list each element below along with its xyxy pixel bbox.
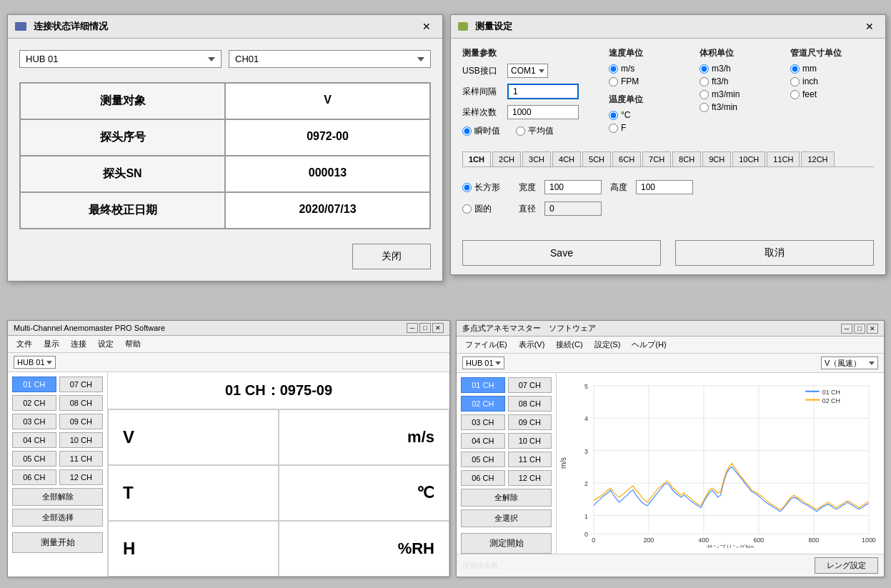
- vol-ft3min-radio[interactable]: [700, 103, 709, 112]
- ch-btn-07-right[interactable]: 07 CH: [508, 377, 552, 393]
- minimize-btn-left[interactable]: ─: [407, 323, 418, 333]
- menu-connect-left[interactable]: 连接: [65, 337, 92, 351]
- average-radio-label[interactable]: 平均值: [516, 125, 554, 137]
- rect-radio[interactable]: [462, 183, 472, 192]
- pipe-mm-radio[interactable]: [790, 64, 800, 74]
- ch-btn-11-left[interactable]: 11 CH: [59, 451, 104, 467]
- height-input[interactable]: [636, 180, 693, 194]
- temp-f-radio[interactable]: [609, 124, 618, 133]
- start-btn-left[interactable]: 测量开始: [12, 532, 103, 553]
- speed-ms-label[interactable]: m/s: [609, 64, 692, 74]
- ch-select[interactable]: CH01: [229, 50, 431, 68]
- pipe-feet-radio[interactable]: [790, 90, 800, 99]
- speed-ms-radio[interactable]: [609, 64, 618, 74]
- ch-btn-08-left[interactable]: 08 CH: [59, 395, 104, 411]
- ch-btn-12-right[interactable]: 12 CH: [508, 470, 552, 486]
- ch-btn-11-right[interactable]: 11 CH: [508, 452, 552, 467]
- ch-tab-12[interactable]: 12CH: [801, 151, 834, 166]
- ch-btn-02-right[interactable]: 02 CH: [461, 396, 505, 412]
- pipe-mm-label[interactable]: mm: [790, 64, 874, 74]
- hub-select-right[interactable]: HUB 01: [462, 357, 504, 369]
- unit-select-right[interactable]: V（風速）: [821, 357, 878, 369]
- circle-radio-label[interactable]: 圆的: [462, 203, 510, 215]
- ch-btn-10-left[interactable]: 10 CH: [59, 432, 104, 448]
- close-btn-left[interactable]: ✕: [432, 323, 444, 333]
- vol-m3h-label[interactable]: m3/h: [700, 64, 783, 74]
- diameter-input[interactable]: [544, 201, 602, 216]
- ch-btn-08-right[interactable]: 08 CH: [508, 396, 552, 412]
- menu-file-right[interactable]: ファイル(E): [459, 338, 513, 352]
- average-radio[interactable]: [516, 126, 525, 136]
- ch-btn-03-left[interactable]: 03 CH: [12, 414, 56, 429]
- instant-radio[interactable]: [462, 126, 472, 136]
- vol-m3h-radio[interactable]: [700, 64, 709, 74]
- vol-ft3min-label[interactable]: ft3/min: [700, 102, 783, 112]
- temp-f-label[interactable]: F: [609, 123, 692, 133]
- interval-input[interactable]: [507, 84, 579, 99]
- clear-all-btn-right[interactable]: 全解除: [461, 489, 552, 507]
- ch-btn-01-left[interactable]: 01 CH: [12, 377, 56, 392]
- usb-select[interactable]: COM1: [507, 64, 548, 78]
- ch-tab-5[interactable]: 5CH: [582, 151, 611, 166]
- menu-file-left[interactable]: 文件: [11, 337, 38, 351]
- select-all-btn-right[interactable]: 全選択: [461, 509, 552, 527]
- ch-tab-8[interactable]: 8CH: [672, 151, 701, 166]
- ch-tab-9[interactable]: 9CH: [702, 151, 731, 166]
- menu-settings-left[interactable]: 设定: [92, 337, 119, 351]
- speed-fpm-label[interactable]: FPM: [609, 76, 692, 86]
- ch-tab-4[interactable]: 4CH: [552, 151, 581, 166]
- close-dialog-btn[interactable]: 关闭: [352, 244, 431, 269]
- vol-ft3h-radio[interactable]: [700, 77, 709, 86]
- ch-btn-10-right[interactable]: 10 CH: [508, 433, 552, 449]
- ch-btn-04-left[interactable]: 04 CH: [12, 432, 56, 448]
- instant-radio-label[interactable]: 瞬时值: [462, 125, 500, 137]
- ch-tab-7[interactable]: 7CH: [642, 151, 671, 166]
- ch-btn-05-right[interactable]: 05 CH: [461, 452, 505, 467]
- ch-tab-1[interactable]: 1CH: [462, 151, 491, 166]
- menu-settings-right[interactable]: 設定(S): [589, 338, 627, 352]
- pipe-inch-label[interactable]: inch: [790, 76, 874, 86]
- ch-btn-02-left[interactable]: 02 CH: [12, 395, 56, 411]
- cancel-btn[interactable]: 取消: [675, 240, 874, 266]
- speed-fpm-radio[interactable]: [609, 77, 618, 86]
- ch-tab-11[interactable]: 11CH: [767, 151, 800, 166]
- menu-help-left[interactable]: 帮助: [119, 337, 146, 351]
- minimize-btn-right[interactable]: ─: [841, 324, 852, 334]
- vol-m3min-label[interactable]: m3/min: [700, 89, 783, 99]
- maximize-btn-left[interactable]: □: [419, 323, 431, 333]
- ch-tab-10[interactable]: 10CH: [732, 151, 765, 166]
- ch-tab-2[interactable]: 2CH: [492, 151, 521, 166]
- temp-c-label[interactable]: °C: [609, 110, 692, 120]
- ch-btn-06-right[interactable]: 06 CH: [461, 470, 505, 486]
- close-btn-right[interactable]: ✕: [867, 324, 878, 334]
- menu-display-left[interactable]: 显示: [38, 337, 65, 351]
- start-btn-right[interactable]: 測定開始: [461, 533, 552, 554]
- connection-close-btn[interactable]: ✕: [418, 19, 435, 34]
- ch-tab-3[interactable]: 3CH: [522, 151, 551, 166]
- menu-display-right[interactable]: 表示(V): [513, 338, 551, 352]
- ch-btn-03-right[interactable]: 03 CH: [461, 414, 505, 430]
- pipe-inch-radio[interactable]: [790, 77, 800, 86]
- ch-btn-09-right[interactable]: 09 CH: [508, 414, 552, 430]
- hub-select[interactable]: HUB 01: [19, 50, 221, 68]
- menu-connect-right[interactable]: 接続(C): [550, 338, 588, 352]
- width-input[interactable]: [544, 180, 602, 194]
- pipe-feet-label[interactable]: feet: [790, 89, 874, 99]
- ch-tab-6[interactable]: 6CH: [612, 151, 641, 166]
- count-input[interactable]: [507, 105, 579, 119]
- vol-m3min-radio[interactable]: [700, 90, 709, 99]
- clear-all-btn-left[interactable]: 全部解除: [12, 488, 103, 506]
- ch-btn-04-right[interactable]: 04 CH: [461, 433, 505, 449]
- vol-ft3h-label[interactable]: ft3/h: [700, 76, 783, 86]
- ch-btn-07-left[interactable]: 07 CH: [59, 377, 104, 392]
- menu-help-right[interactable]: ヘルプ(H): [626, 338, 672, 352]
- temp-c-radio[interactable]: [609, 111, 618, 120]
- hub-select-left[interactable]: HUB 01: [14, 356, 56, 369]
- measurement-close-btn[interactable]: ✕: [861, 19, 878, 34]
- rect-radio-label[interactable]: 长方形: [462, 181, 510, 194]
- maximize-btn-right[interactable]: □: [854, 324, 865, 334]
- circle-radio[interactable]: [462, 204, 472, 214]
- ch-btn-09-left[interactable]: 09 CH: [59, 414, 104, 429]
- ch-btn-01-right[interactable]: 01 CH: [461, 377, 505, 393]
- ring-settings-btn[interactable]: レング設定: [815, 557, 878, 574]
